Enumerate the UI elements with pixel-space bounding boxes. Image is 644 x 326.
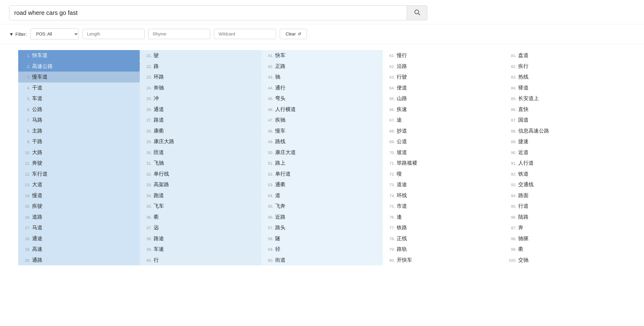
result-item[interactable]: 20.通路 [18,255,140,266]
result-item[interactable]: 15.疾驶 [18,201,140,212]
result-item[interactable]: 19.高速 [18,244,140,255]
result-item[interactable]: 54.道 [261,190,383,201]
result-item[interactable]: 83.热线 [504,72,626,82]
result-item[interactable]: 1.快车道 [18,50,140,61]
result-item[interactable]: 84.驿道 [504,82,626,93]
result-item[interactable]: 25.冲 [140,93,261,104]
result-item[interactable]: 4.干道 [18,82,140,93]
result-item[interactable]: 79.路轨 [383,244,504,255]
result-item[interactable]: 88.信息高速公路 [504,126,626,136]
result-item[interactable]: 72.嗖 [383,169,504,180]
result-item[interactable]: 59.径 [261,244,383,255]
search-button[interactable] [407,6,427,20]
result-item[interactable]: 90.近道 [504,147,626,158]
result-item[interactable]: 47.疾驰 [261,115,383,126]
result-item[interactable]: 38.路途 [140,233,261,244]
result-item[interactable]: 28.康衢 [140,126,261,136]
result-item[interactable]: 39.车速 [140,244,261,255]
search-input[interactable] [9,6,407,20]
result-item[interactable]: 32.单行线 [140,169,261,180]
result-item[interactable]: 43.驰 [261,72,383,82]
result-item[interactable]: 13.大道 [18,179,140,190]
result-item[interactable]: 58.隧 [261,233,383,244]
result-item[interactable]: 60.街道 [261,255,383,266]
result-item[interactable]: 61.慢行 [383,50,504,61]
result-item[interactable]: 46.人行横道 [261,104,383,115]
result-item[interactable]: 33.高架路 [140,179,261,190]
result-item[interactable]: 70.坡道 [383,147,504,158]
result-item[interactable]: 5.车道 [18,93,140,104]
result-item[interactable]: 69.公道 [383,136,504,147]
result-item[interactable]: 14.慢道 [18,190,140,201]
result-item[interactable]: 95.行道 [504,201,626,212]
result-item[interactable]: 41.快车 [261,50,383,61]
result-item[interactable]: 65.山路 [383,93,504,104]
result-item[interactable]: 27.路道 [140,115,261,126]
result-item[interactable]: 52.单行道 [261,169,383,180]
wildcard-input[interactable] [214,29,276,39]
result-item[interactable]: 29.康庄大路 [140,136,261,147]
result-item[interactable]: 82.疾行 [504,61,626,72]
result-item[interactable]: 37.远 [140,222,261,233]
result-item[interactable]: 40.行 [140,255,261,266]
result-item[interactable]: 98.驰驱 [504,233,626,244]
result-item[interactable]: 81.盘道 [504,50,626,61]
result-item[interactable]: 62.沿路 [383,61,504,72]
result-item[interactable]: 44.通行 [261,82,383,93]
result-item[interactable]: 94.路面 [504,190,626,201]
pos-select[interactable]: POS: AllNounVerbAdjectiveAdverb [30,29,79,39]
result-item[interactable]: 7.马路 [18,115,140,126]
result-item[interactable]: 87.国道 [504,115,626,126]
result-item[interactable]: 73.道途 [383,179,504,190]
result-item[interactable]: 8.主路 [18,126,140,136]
result-item[interactable]: 3.慢车道 [18,72,140,82]
result-item[interactable]: 48.慢车 [261,126,383,136]
result-item[interactable]: 16.道路 [18,212,140,223]
result-item[interactable]: 26.通道 [140,104,261,115]
result-item[interactable]: 67.途 [383,115,504,126]
result-item[interactable]: 66.疾速 [383,104,504,115]
result-item[interactable]: 11.奔驶 [18,158,140,169]
result-item[interactable]: 63.行驶 [383,72,504,82]
result-item[interactable]: 31.飞驰 [140,158,261,169]
result-item[interactable]: 80.开快车 [383,255,504,266]
result-item[interactable]: 18.通途 [18,233,140,244]
result-item[interactable]: 50.康庄大道 [261,147,383,158]
clear-button[interactable]: Clear ↺ [280,29,307,39]
result-item[interactable]: 49.路线 [261,136,383,147]
result-item[interactable]: 45.弯头 [261,93,383,104]
result-item[interactable]: 71.筚路褴褛 [383,158,504,169]
rhyme-input[interactable] [148,29,210,39]
result-item[interactable]: 86.直快 [504,104,626,115]
result-item[interactable]: 93.交通线 [504,179,626,190]
result-item[interactable]: 68.抄道 [383,126,504,136]
result-item[interactable]: 64.便道 [383,82,504,93]
result-item[interactable]: 23.环路 [140,72,261,82]
result-item[interactable]: 10.大路 [18,147,140,158]
result-item[interactable]: 55.飞奔 [261,201,383,212]
result-item[interactable]: 99.衢 [504,244,626,255]
result-item[interactable]: 51.路上 [261,158,383,169]
result-item[interactable]: 24.奔驰 [140,82,261,93]
result-item[interactable]: 6.公路 [18,104,140,115]
result-item[interactable]: 36.衢 [140,212,261,223]
result-item[interactable]: 77.铁路 [383,222,504,233]
result-item[interactable]: 2.高速公路 [18,61,140,72]
result-item[interactable]: 35.飞车 [140,201,261,212]
result-item[interactable]: 75.市道 [383,201,504,212]
result-item[interactable]: 78.正线 [383,233,504,244]
result-item[interactable]: 76.逢 [383,212,504,223]
result-item[interactable]: 85.长安道上 [504,93,626,104]
result-item[interactable]: 91.人行道 [504,158,626,169]
result-item[interactable]: 56.近路 [261,212,383,223]
result-item[interactable]: 96.陆路 [504,212,626,223]
length-input[interactable] [82,29,145,39]
result-item[interactable]: 53.通衢 [261,179,383,190]
result-item[interactable]: 92.铁道 [504,169,626,180]
result-item[interactable]: 9.干路 [18,136,140,147]
result-item[interactable]: 17.马道 [18,222,140,233]
result-item[interactable]: 100.交驰 [504,255,626,266]
result-item[interactable]: 89.捷速 [504,136,626,147]
result-item[interactable]: 21.驶 [140,50,261,61]
result-item[interactable]: 57.路头 [261,222,383,233]
